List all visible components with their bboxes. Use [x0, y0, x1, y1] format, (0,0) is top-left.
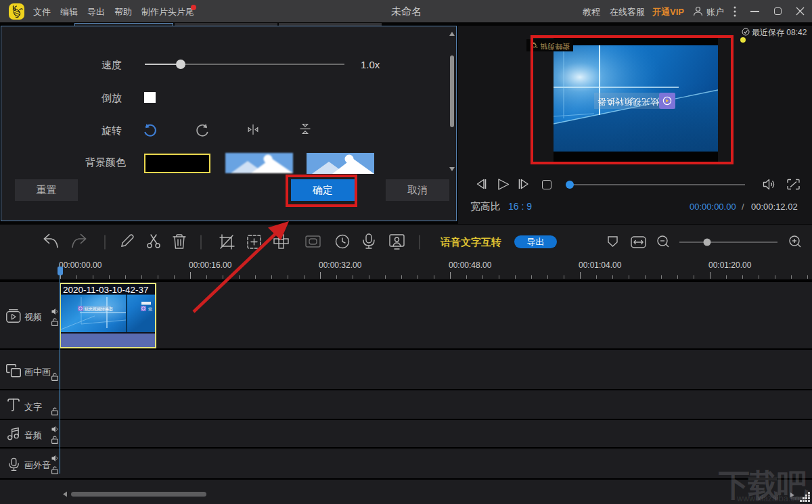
svg-text:炫: 炫	[148, 307, 152, 311]
svg-text:炫光视频转换器: 炫光视频转换器	[85, 306, 113, 312]
